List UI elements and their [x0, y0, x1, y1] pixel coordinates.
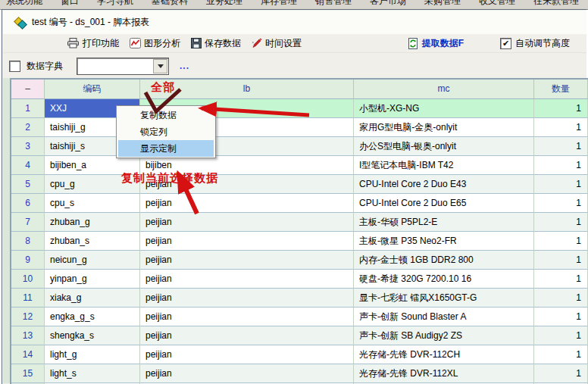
- cell-lb[interactable]: peijian: [140, 364, 354, 383]
- cell-row-number[interactable]: 9: [11, 251, 45, 270]
- cell-qty[interactable]: 1: [534, 118, 588, 137]
- cell-row-number[interactable]: 1: [11, 99, 45, 118]
- cell-mc[interactable]: 内存-金士顿 1GB DDR2 800: [354, 251, 534, 270]
- print-button[interactable]: 打印功能: [67, 37, 119, 50]
- cell-qty[interactable]: 1: [534, 232, 588, 251]
- cell-qty[interactable]: 1: [534, 345, 588, 364]
- chevron-down-icon[interactable]: [153, 59, 167, 73]
- cell-mc[interactable]: 主板-华硕 P5PL2-E: [354, 213, 534, 232]
- menubar-item-3[interactable]: 学习导航: [97, 0, 133, 8]
- menubar-item-5[interactable]: 业务处理: [206, 0, 242, 8]
- cell-row-number[interactable]: 13: [11, 326, 45, 345]
- auto-height-checkbox[interactable]: ✔: [500, 38, 511, 49]
- cell-lb[interactable]: peijian: [140, 345, 354, 364]
- cell-code[interactable]: light_s: [45, 364, 140, 383]
- save-data-button[interactable]: 保存数据: [191, 37, 241, 50]
- cell-mc[interactable]: 主板-微星 P35 Neo2-FR: [354, 232, 534, 251]
- column-header-indicator[interactable]: –: [11, 80, 45, 99]
- chart-analysis-button[interactable]: 图形分析: [130, 37, 180, 50]
- cell-mc[interactable]: 声卡-创新 Sound Blaster A: [354, 308, 534, 326]
- cell-mc[interactable]: 声卡-创新 SB Audigy2 ZS: [354, 326, 534, 345]
- cell-mc[interactable]: CPU-Intel Core 2 Duo E65: [354, 194, 534, 213]
- column-header-mc[interactable]: mc: [354, 80, 534, 99]
- cell-qty[interactable]: 1: [534, 270, 588, 289]
- extract-data-button[interactable]: 提取数据F: [408, 37, 464, 50]
- menubar-item-1[interactable]: 系统功能: [6, 0, 42, 8]
- menubar-item-8[interactable]: 客户市场: [370, 0, 406, 8]
- time-setting-label: 时间设置: [265, 37, 302, 50]
- chart-icon: [130, 38, 141, 48]
- menu-item-copy-data[interactable]: 复制数据: [118, 107, 214, 123]
- cell-row-number[interactable]: 3: [11, 137, 45, 156]
- cell-code[interactable]: xiaka_g: [45, 289, 140, 308]
- cell-row-number[interactable]: 15: [11, 364, 45, 383]
- cell-row-number[interactable]: 6: [11, 194, 45, 213]
- cell-code[interactable]: zhuban_s: [45, 232, 140, 251]
- cell-lb[interactable]: peijian: [140, 232, 354, 251]
- data-grid: –编码lbmc数量 1XXJ小型机-XG-NG12taishiji_g家用G型电…: [10, 78, 588, 384]
- cell-qty[interactable]: 1: [534, 156, 588, 175]
- menu-item-display-customize[interactable]: 显示定制: [118, 140, 214, 157]
- cell-qty[interactable]: 1: [534, 326, 588, 345]
- cell-code[interactable]: yinpan_g: [45, 270, 140, 289]
- cell-row-number[interactable]: 8: [11, 232, 45, 251]
- cell-lb[interactable]: peijian: [140, 326, 354, 345]
- cell-mc[interactable]: 家用G型电脑-金奥-onlyit: [354, 118, 534, 137]
- cell-mc[interactable]: CPU-Intel Core 2 Duo E43: [354, 175, 534, 194]
- auto-height-toggle[interactable]: ✔ 自动调节高度: [500, 37, 570, 50]
- cell-qty[interactable]: 1: [534, 308, 588, 326]
- cell-mc[interactable]: 小型机-XG-NG: [354, 99, 534, 118]
- more-options-button[interactable]: ...: [180, 61, 189, 71]
- data-dictionary-label: 数据字典: [27, 60, 63, 73]
- cell-row-number[interactable]: 2: [11, 118, 45, 137]
- cell-qty[interactable]: 1: [534, 194, 588, 213]
- menubar-item-4[interactable]: 基础资料: [152, 0, 188, 8]
- cell-row-number[interactable]: 5: [11, 175, 45, 194]
- cell-qty[interactable]: 1: [534, 137, 588, 156]
- cell-row-number[interactable]: 14: [11, 345, 45, 364]
- menubar-item-6[interactable]: 库存管理: [261, 0, 297, 8]
- menubar-item-11[interactable]: 往来款管理: [533, 0, 579, 8]
- cell-qty[interactable]: 1: [534, 175, 588, 194]
- cell-code[interactable]: shengka_s: [45, 326, 140, 345]
- cell-row-number[interactable]: 12: [11, 308, 45, 326]
- cell-mc[interactable]: 光存储-先锋 DVR-112XL: [354, 364, 534, 383]
- cell-mc[interactable]: 光存储-先锋 DVR-112CH: [354, 345, 534, 364]
- cell-row-number[interactable]: 4: [11, 156, 45, 175]
- cell-qty[interactable]: 1: [534, 251, 588, 270]
- cell-mc[interactable]: I型笔记本电脑-IBM T42: [354, 156, 534, 175]
- cell-mc[interactable]: 办公S型电脑-银奥-onlyit: [354, 137, 534, 156]
- menu-item-lock-column[interactable]: 锁定列: [118, 123, 214, 140]
- column-header-qty[interactable]: 数量: [534, 80, 588, 99]
- table-row: 2taishiji_g家用G型电脑-金奥-onlyit1: [11, 118, 588, 137]
- cell-row-number[interactable]: 7: [11, 213, 45, 232]
- cell-lb[interactable]: peijian: [140, 308, 354, 326]
- cell-qty[interactable]: 1: [534, 99, 588, 118]
- cell-lb[interactable]: peijian: [140, 270, 354, 289]
- cell-lb[interactable]: peijian: [140, 289, 354, 308]
- time-setting-button[interactable]: 时间设置: [252, 37, 302, 50]
- column-header-code[interactable]: 编码: [45, 80, 140, 99]
- cell-code[interactable]: light_g: [45, 345, 140, 364]
- cell-row-number[interactable]: 11: [11, 289, 45, 308]
- menubar-item-9[interactable]: 采购管理: [424, 0, 461, 8]
- cell-code[interactable]: cpu_s: [45, 194, 140, 213]
- cell-code[interactable]: neicun_g: [45, 251, 140, 270]
- cell-qty[interactable]: 1: [534, 289, 588, 308]
- data-dictionary-combobox[interactable]: [77, 58, 169, 75]
- menubar-item-10[interactable]: 收支管理: [479, 0, 515, 8]
- table-row: 8zhuban_speijian主板-微星 P35 Neo2-FR1: [11, 232, 588, 251]
- cell-qty[interactable]: 1: [534, 213, 588, 232]
- data-dictionary-checkbox[interactable]: [9, 61, 20, 72]
- cell-lb[interactable]: peijian: [140, 251, 354, 270]
- cell-row-number[interactable]: 10: [11, 270, 45, 289]
- cell-code[interactable]: engka_g_s: [45, 308, 140, 326]
- cell-lb[interactable]: peijian: [140, 194, 354, 213]
- menubar-item-7[interactable]: 销售管理: [315, 0, 352, 8]
- cell-code[interactable]: zhuban_g: [45, 213, 140, 232]
- cell-qty[interactable]: 1: [534, 364, 588, 383]
- cell-mc[interactable]: 硬盘-希捷 320G 7200.10 16: [354, 270, 534, 289]
- cell-mc[interactable]: 显卡-七彩虹 镭风X1650GT-G: [354, 289, 534, 308]
- menubar-item-2[interactable]: 窗口: [61, 0, 79, 8]
- cell-lb[interactable]: peijian: [140, 213, 354, 232]
